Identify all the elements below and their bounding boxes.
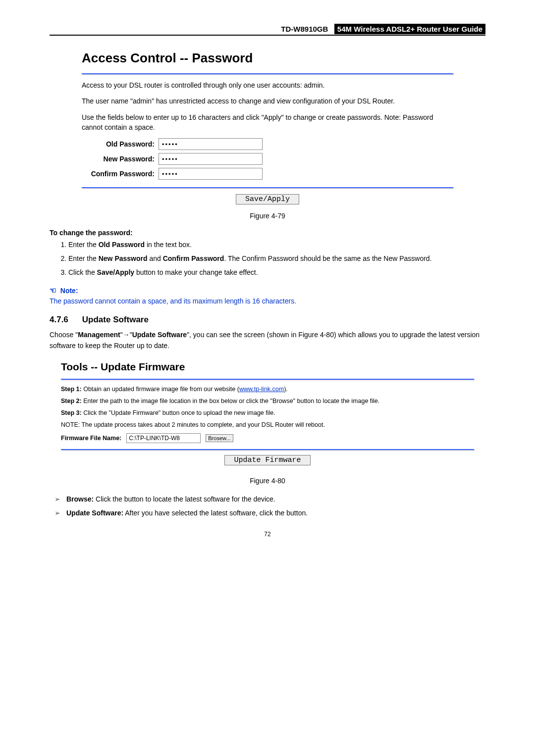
tp-link-link[interactable]: www.tp-link.com xyxy=(239,386,284,393)
model-code: TD-W8910GB xyxy=(281,25,328,33)
text: Enter the xyxy=(68,254,99,262)
panel-divider xyxy=(61,449,474,450)
section-heading: 4.7.6Update Software xyxy=(50,315,485,325)
old-password-row: Old Password: xyxy=(82,138,453,150)
firmware-file-row: Firmware File Name: Brosew... xyxy=(61,433,474,443)
doc-title: 54M Wireless ADSL2+ Router User Guide xyxy=(334,24,485,34)
bullet-list: Browse: Click the button to locate the l… xyxy=(50,494,485,519)
text-bold: Update Software: xyxy=(66,509,123,517)
note-body: The password cannot contain a space, and… xyxy=(50,297,485,305)
new-password-label: New Password: xyxy=(82,155,159,163)
text: Click the button to locate the latest so… xyxy=(94,495,275,503)
text: Enter the xyxy=(68,241,99,249)
list-item: Browse: Click the button to locate the l… xyxy=(54,494,485,504)
text: Obtain an updated firmware image file fr… xyxy=(82,386,239,393)
panel-text: The user name "admin" has unrestricted a… xyxy=(82,96,453,106)
step-2: Step 2: Enter the path to the image file… xyxy=(61,398,474,404)
new-password-input[interactable] xyxy=(159,153,263,165)
text-bold: Browse: xyxy=(66,495,94,503)
text: Enter the path to the image file locatio… xyxy=(82,398,380,404)
panel-text: Access to your DSL router is controlled … xyxy=(82,80,453,90)
firmware-file-label: Firmware File Name: xyxy=(61,435,121,442)
text-bold: Step 3: xyxy=(61,409,82,416)
text-bold: Step 1: xyxy=(61,386,82,393)
update-firmware-button[interactable]: Update Firmware xyxy=(224,455,310,465)
access-control-panel: Access Control -- Password Access to you… xyxy=(69,50,466,204)
save-apply-button[interactable]: Save/Apply xyxy=(236,194,299,204)
text-bold: Step 2: xyxy=(61,398,82,404)
figure-caption: Figure 4-80 xyxy=(50,477,485,485)
arrow-icon: "→" xyxy=(120,331,132,339)
text: and xyxy=(148,254,163,262)
list-item: Click the Save/Apply button to make your… xyxy=(68,267,485,278)
text: . The Confirm Password should be the sam… xyxy=(224,254,431,262)
list-item: Enter the Old Password in the text box. xyxy=(68,240,485,251)
pointing-hand-icon: ☞ xyxy=(50,286,56,295)
text: Click the "Update Firmware" button once … xyxy=(82,409,275,416)
confirm-password-input[interactable] xyxy=(159,168,263,180)
new-password-row: New Password: xyxy=(82,153,453,165)
note-label: Note: xyxy=(60,287,78,295)
panel-divider xyxy=(82,73,453,74)
panel-heading: Tools -- Update Firmware xyxy=(61,361,474,373)
panel-text: Use the fields below to enter up to 16 c… xyxy=(82,112,453,133)
update-firmware-panel: Tools -- Update Firmware Step 1: Obtain … xyxy=(50,357,485,471)
doc-header: TD-W8910GB 54M Wireless ADSL2+ Router Us… xyxy=(50,25,485,36)
browse-button[interactable]: Brosew... xyxy=(206,434,233,442)
note-line: NOTE: The update process takes about 2 m… xyxy=(61,421,474,428)
text: Choose " xyxy=(50,331,78,339)
text: After you have selected the latest softw… xyxy=(123,509,308,517)
text: button to make your change take effect. xyxy=(134,268,258,276)
text-bold: Management xyxy=(78,331,120,339)
text: ). xyxy=(284,386,288,393)
section-number: 4.7.6 xyxy=(50,315,68,324)
change-password-steps: Enter the Old Password in the text box. … xyxy=(50,240,485,278)
step-3: Step 3: Click the "Update Firmware" butt… xyxy=(61,409,474,416)
figure-ref: Figure 4-80 xyxy=(298,331,334,339)
page-number: 72 xyxy=(50,531,485,538)
confirm-password-label: Confirm Password: xyxy=(82,170,159,178)
section-title: Update Software xyxy=(82,315,149,324)
step-1: Step 1: Obtain an updated firmware image… xyxy=(61,386,474,393)
old-password-label: Old Password: xyxy=(82,140,159,148)
text-bold: Old Password xyxy=(99,241,145,249)
panel-divider xyxy=(61,379,474,380)
text: ", you can see the screen (shown in xyxy=(187,331,298,339)
panel-divider xyxy=(82,187,453,188)
change-password-heading: To change the password: xyxy=(50,229,485,237)
note-heading: ☞ Note: xyxy=(50,286,485,295)
list-item: Enter the New Password and Confirm Passw… xyxy=(68,253,485,264)
text-bold: New Password xyxy=(99,254,148,262)
figure-caption: Figure 4-79 xyxy=(50,212,485,220)
list-item: Update Software: After you have selected… xyxy=(54,507,485,518)
firmware-file-input[interactable] xyxy=(126,433,201,443)
confirm-password-row: Confirm Password: xyxy=(82,168,453,180)
text-bold: Save/Apply xyxy=(97,268,134,276)
text: in the text box. xyxy=(145,241,192,249)
text-bold: Update Software xyxy=(132,331,187,339)
old-password-input[interactable] xyxy=(159,138,263,150)
section-intro: Choose "Management"→"Update Software", y… xyxy=(50,330,485,351)
text: Click the xyxy=(68,268,97,276)
text-bold: Confirm Password xyxy=(163,254,224,262)
panel-heading: Access Control -- Password xyxy=(69,50,466,66)
